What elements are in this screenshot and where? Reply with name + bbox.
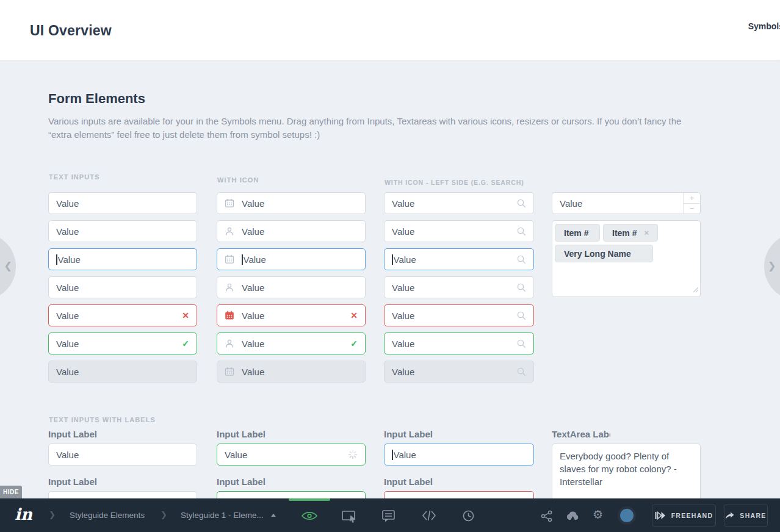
text-input-focused[interactable]: Value bbox=[217, 248, 366, 270]
text-input-disabled: Value bbox=[217, 361, 366, 383]
text-input[interactable]: Value bbox=[217, 192, 366, 214]
text-input[interactable]: Value bbox=[48, 220, 197, 242]
freehand-button[interactable]: FREEHAND bbox=[652, 505, 716, 527]
spinner-icon bbox=[348, 450, 358, 459]
column-with-icon-left: Value Value Value Value Value Value Valu… bbox=[384, 192, 534, 383]
labeled-text-input-loading[interactable]: Value bbox=[217, 444, 366, 466]
resize-handle-icon[interactable] bbox=[693, 284, 699, 295]
input-value: Value bbox=[244, 254, 358, 265]
search-input-error[interactable]: Value bbox=[384, 304, 534, 326]
build-mode-icon[interactable] bbox=[342, 510, 356, 523]
hide-toolbar-button[interactable]: HIDE bbox=[0, 486, 22, 498]
input-value: Value bbox=[392, 282, 511, 293]
inspect-code-icon[interactable] bbox=[422, 510, 436, 521]
search-icon bbox=[516, 282, 526, 292]
remove-tag-icon[interactable]: × bbox=[644, 228, 649, 237]
comments-icon[interactable] bbox=[382, 510, 395, 522]
invision-preview-window: UI Overview Symbols ❮ ❯ Form Elements Va… bbox=[0, 0, 780, 532]
cloud-icon[interactable] bbox=[566, 510, 580, 520]
user-avatar[interactable] bbox=[620, 509, 634, 522]
input-label: Input Label bbox=[217, 476, 366, 487]
search-icon bbox=[516, 254, 526, 264]
search-input[interactable]: Value bbox=[384, 276, 534, 298]
labeled-text-input-focused[interactable]: Value bbox=[384, 444, 534, 466]
column-heading-labeled-inputs: TEXT INPUTS WITH LABELS bbox=[49, 416, 156, 423]
user-icon bbox=[225, 226, 234, 236]
invision-logo[interactable]: in bbox=[15, 505, 32, 523]
text-cursor bbox=[392, 450, 393, 460]
column-extras: Value + − Item # Item #× Very Long Name bbox=[552, 192, 701, 297]
search-icon bbox=[516, 198, 526, 208]
input-value: Value bbox=[392, 367, 511, 377]
input-value: Value bbox=[394, 254, 512, 265]
number-input[interactable]: Value + − bbox=[552, 192, 701, 214]
text-input-success[interactable]: Value✓ bbox=[48, 332, 197, 354]
tag-chip[interactable]: Item #× bbox=[603, 224, 658, 242]
input-value: Value bbox=[392, 226, 511, 237]
tag-label: Very Long Name bbox=[564, 249, 631, 259]
error-icon: ✕ bbox=[350, 311, 358, 320]
search-input-focused[interactable]: Value bbox=[384, 248, 534, 270]
next-screen-arrow[interactable]: ❯ bbox=[764, 233, 780, 300]
input-value: Value bbox=[560, 198, 693, 209]
share-button[interactable]: SHARE bbox=[724, 505, 768, 527]
text-input[interactable]: Value bbox=[48, 276, 197, 298]
text-input-focused[interactable]: Value bbox=[48, 248, 197, 270]
chevron-right-icon: ❯ bbox=[768, 260, 776, 271]
text-input[interactable]: Value bbox=[217, 276, 366, 298]
tag-chips: Item # Item #× Very Long Name bbox=[555, 224, 698, 262]
stepper-decrement-button[interactable]: − bbox=[684, 204, 700, 214]
section-title: Form Elements bbox=[48, 91, 145, 107]
search-icon bbox=[516, 226, 526, 236]
freehand-label: FREEHAND bbox=[671, 512, 713, 519]
labeled-text-input[interactable]: Value bbox=[48, 444, 197, 466]
screen-picker-caret-icon[interactable] bbox=[271, 514, 276, 517]
text-cursor bbox=[242, 254, 243, 265]
prev-screen-arrow[interactable]: ❮ bbox=[0, 233, 16, 300]
search-input-success[interactable]: Value bbox=[384, 332, 534, 354]
input-value: Value bbox=[392, 339, 511, 349]
search-input[interactable]: Value bbox=[384, 192, 534, 214]
error-icon: ✕ bbox=[182, 311, 189, 320]
app-header: UI Overview Symbols bbox=[0, 0, 780, 61]
input-label: Input Label bbox=[384, 476, 534, 487]
text-cursor bbox=[392, 254, 393, 265]
freehand-icon bbox=[655, 511, 666, 520]
stepper-increment-button[interactable]: + bbox=[684, 193, 700, 204]
success-check-icon: ✓ bbox=[182, 339, 189, 348]
page-title: UI Overview bbox=[30, 23, 112, 39]
search-icon bbox=[516, 367, 526, 376]
text-input-disabled: Value bbox=[48, 361, 197, 383]
input-value: Value bbox=[56, 311, 177, 321]
search-icon bbox=[516, 311, 526, 320]
user-icon bbox=[225, 339, 234, 348]
preview-eye-icon[interactable] bbox=[301, 510, 318, 522]
symbols-link[interactable]: Symbols bbox=[748, 21, 780, 31]
text-input-error[interactable]: Value✕ bbox=[48, 304, 197, 326]
user-icon bbox=[225, 282, 234, 292]
quantity-stepper: + − bbox=[683, 193, 700, 214]
text-input-error[interactable]: Value ✕ bbox=[217, 304, 366, 326]
active-mode-indicator bbox=[289, 498, 330, 501]
share-nodes-icon[interactable] bbox=[541, 510, 553, 522]
search-icon bbox=[516, 339, 526, 348]
settings-gear-icon[interactable]: ⚙ bbox=[593, 509, 603, 520]
text-input-success[interactable]: Value ✓ bbox=[217, 332, 366, 354]
tag-chip[interactable]: Item # bbox=[555, 224, 600, 242]
breadcrumb-screen[interactable]: Styleguide 1 - Eleme... bbox=[181, 511, 264, 520]
text-cursor bbox=[56, 254, 57, 265]
breadcrumb-project[interactable]: Styleguide Elements bbox=[70, 511, 145, 520]
tags-input-box[interactable]: Item # Item #× Very Long Name bbox=[552, 220, 701, 297]
input-value: Value bbox=[56, 339, 177, 349]
input-value: Value bbox=[242, 282, 358, 293]
text-input[interactable]: Value bbox=[217, 220, 366, 242]
search-input[interactable]: Value bbox=[384, 220, 534, 242]
input-value: Value bbox=[242, 311, 345, 321]
input-value: Value bbox=[242, 339, 345, 349]
history-clock-icon[interactable] bbox=[463, 510, 474, 522]
share-label: SHARE bbox=[740, 512, 766, 519]
input-value: Value bbox=[242, 198, 358, 209]
section-description: Various inputs are available for your in… bbox=[48, 115, 698, 141]
text-input[interactable]: Value bbox=[48, 192, 197, 214]
tag-chip[interactable]: Very Long Name bbox=[555, 245, 653, 262]
